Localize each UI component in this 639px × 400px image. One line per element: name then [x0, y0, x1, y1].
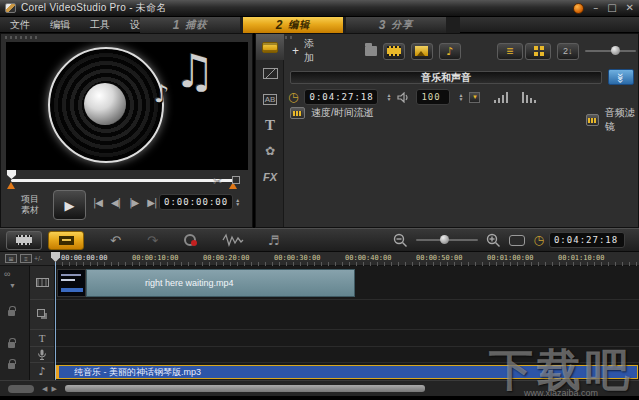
clip-mode-label[interactable]: 素材 [21, 205, 39, 216]
horizontal-scrollbar[interactable] [65, 385, 425, 392]
timeline-timecode[interactable]: 0:04:27:18 [549, 232, 625, 248]
lock-icon[interactable] [8, 310, 15, 316]
preview-video-area[interactable]: ♫ ♪ [6, 42, 248, 170]
library-category-sidebar: AB T ✿ FX [256, 34, 284, 227]
home-button[interactable]: |◀ [93, 197, 102, 208]
minimize-button[interactable]: – [593, 3, 598, 13]
lock-icon[interactable] [8, 342, 15, 348]
duration-spinner[interactable]: ▲▼ [386, 93, 391, 101]
prev-frame-button[interactable]: ◀| [111, 197, 120, 208]
expand-tracks-icon[interactable]: ▼ [9, 282, 16, 289]
music-clip[interactable]: 纯音乐 - 美丽的神话钢琴版.mp3 [55, 365, 638, 379]
track-add-remove[interactable]: +/- [34, 255, 42, 262]
speed-timelapse-button[interactable]: 速度/时间流逝 [290, 106, 374, 120]
grid-view-button[interactable] [525, 43, 551, 60]
split-clip-icon[interactable]: ✂ [213, 175, 222, 188]
fit-project-button[interactable] [509, 235, 525, 246]
sidebar-item-transition[interactable] [256, 60, 284, 86]
options-section-header[interactable]: 音乐和声音 [290, 71, 602, 84]
tab-edit[interactable]: 2 编辑 [243, 17, 343, 33]
ruler-tick: 00:00:50:00 [416, 254, 462, 262]
library-panel: AB T ✿ FX + 添加 ♪ ≡ 2↓ 音乐和声音 »» ◷ 0:04:27… [255, 33, 639, 228]
zoom-in-button[interactable] [486, 233, 501, 248]
volume-dropdown-button[interactable]: ▼ [469, 92, 480, 103]
timeline-view-button[interactable] [48, 231, 84, 250]
music-track-header[interactable]: ♪ [30, 363, 54, 380]
sidebar-item-filter[interactable]: FX [256, 164, 284, 190]
menu-item-file[interactable]: 文件 [0, 17, 40, 33]
tab-capture[interactable]: 1 捕获 [140, 17, 240, 33]
zoom-out-button[interactable] [393, 233, 408, 248]
help-globe-icon[interactable] [573, 3, 584, 14]
preview-trackbar[interactable] [11, 179, 237, 182]
next-frame-button[interactable]: |▶ [129, 197, 138, 208]
video-clip[interactable]: right here waiting.mp4 [57, 269, 355, 297]
app-icon [5, 3, 16, 13]
duration-field[interactable]: 0:04:27:18 [304, 89, 378, 105]
ab-transition-icon: AB [263, 94, 278, 105]
sidebar-item-title[interactable]: T [256, 112, 284, 138]
music-track-row[interactable]: 纯音乐 - 美丽的神话钢琴版.mp3 [55, 363, 639, 380]
import-folder-icon[interactable] [365, 46, 377, 56]
track-manager-icon[interactable]: ⊞ [5, 254, 17, 263]
project-mode-label[interactable]: 项目 [21, 194, 39, 205]
ruler-tick: 00:01:10:00 [558, 254, 604, 262]
timecode-spinner[interactable]: ▲▼ [235, 198, 240, 206]
menu-item-tools[interactable]: 工具 [80, 17, 120, 33]
collapse-panel-button[interactable]: »» [608, 69, 634, 85]
fade-in-button[interactable] [494, 92, 510, 103]
lock-icon[interactable] [8, 363, 15, 369]
volume-field[interactable]: 100 [416, 89, 450, 105]
filter-photo-button[interactable] [411, 43, 433, 60]
slider-thumb[interactable] [440, 235, 449, 244]
close-button[interactable]: ✕ [626, 3, 634, 13]
tab-share[interactable]: 3 分享 [346, 17, 446, 33]
timeline-ruler[interactable]: ⊞ ≡ 00:00:00:00 00:00:10:00 00:00:20:00 … [0, 252, 639, 266]
redo-button[interactable]: ↷ [147, 233, 158, 248]
slider-thumb[interactable] [611, 46, 620, 55]
maximize-button[interactable]: □ [607, 3, 616, 13]
undo-button[interactable]: ↶ [110, 233, 121, 248]
trim-start-handle[interactable] [7, 182, 15, 189]
volume-spinner[interactable]: ▲▼ [458, 93, 463, 101]
title-track-row[interactable] [55, 330, 639, 347]
filter-video-button[interactable] [383, 43, 405, 60]
video-track-row[interactable]: right here waiting.mp4 [55, 266, 639, 300]
title-track-header[interactable]: T [30, 330, 54, 347]
video-track-header[interactable] [30, 266, 54, 300]
timeline-zoom-slider[interactable] [416, 239, 478, 241]
speaker-graphic [48, 47, 164, 163]
sound-mixer-button[interactable] [222, 233, 244, 247]
play-button[interactable]: ▶ [53, 190, 86, 220]
scroll-right-icon[interactable]: ▶ [51, 385, 56, 393]
voice-track-header[interactable] [30, 347, 54, 363]
storyboard-view-button[interactable] [6, 231, 42, 250]
track-height-pill[interactable] [8, 385, 34, 393]
sidebar-item-media[interactable] [256, 34, 284, 60]
overlay-track-row[interactable] [55, 300, 639, 330]
add-button[interactable]: + 添加 [286, 35, 325, 67]
sidebar-item-graphic[interactable]: ✿ [256, 138, 284, 164]
timeline-toolbar: ↶ ↷ ♬ ◷ 0:04:27:18 [0, 228, 639, 252]
overlay-track-header[interactable] [30, 300, 54, 330]
scrubber-handle[interactable] [7, 170, 16, 179]
sort-button[interactable]: 2↓ [557, 43, 579, 60]
audio-filter-button[interactable]: 音频滤镜 [586, 106, 638, 134]
end-button[interactable]: ▶| [147, 197, 156, 208]
fx-filter-icon: FX [263, 171, 277, 183]
graphic-icon: ✿ [265, 144, 275, 158]
record-capture-button[interactable] [184, 234, 196, 246]
fade-out-button[interactable] [522, 92, 538, 103]
filter-audio-button[interactable]: ♪ [439, 43, 461, 60]
duration-clock-icon: ◷ [288, 91, 298, 103]
menu-item-edit[interactable]: 编辑 [40, 17, 80, 33]
voice-track-row[interactable] [55, 347, 639, 363]
enlarge-preview-icon[interactable] [232, 176, 240, 184]
thumbnail-size-slider[interactable] [585, 50, 636, 52]
scroll-left-icon[interactable]: ◀ [42, 385, 47, 393]
ripple-edit-icon[interactable]: ∞ [4, 269, 10, 279]
chapter-point-icon[interactable]: ≡ [20, 254, 32, 263]
auto-music-button[interactable]: ♬ [268, 233, 280, 248]
list-view-button[interactable]: ≡ [497, 43, 523, 60]
sidebar-item-ab-transition[interactable]: AB [256, 86, 284, 112]
